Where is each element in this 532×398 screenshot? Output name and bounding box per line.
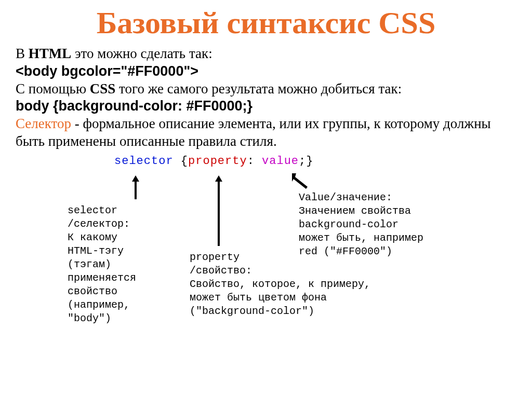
selector-term: Селектор <box>16 116 71 131</box>
intro-text: В HTML это можно сделать так: <body bgco… <box>16 45 516 150</box>
intro-line1a: В <box>16 46 29 61</box>
slide-container: Базовый синтаксис CSS В HTML это можно с… <box>0 0 532 352</box>
selector-definition: - формальное описание элемента, или их г… <box>16 116 491 149</box>
token-close-brace: ;} <box>299 155 313 168</box>
html-code-example: <body bgcolor="#FF0000"> <box>16 63 198 79</box>
css-code-example: body {background-color: #FF0000;} <box>16 98 252 114</box>
value-column: Value/значение: Значением свойства backg… <box>299 191 423 258</box>
arrow-selector <box>130 174 141 200</box>
token-selector: selector <box>114 155 174 168</box>
arrow-property <box>213 174 224 247</box>
intro-line1b: HTML <box>29 46 72 61</box>
intro-line2b: CSS <box>90 81 116 97</box>
intro-line1c: это можно сделать так: <box>71 46 212 61</box>
token-value: value <box>262 155 299 168</box>
slide-title: Базовый синтаксис CSS <box>16 5 516 41</box>
token-colon: : <box>247 155 262 168</box>
token-property: property <box>188 155 247 168</box>
property-column: property /свойство: Свойство, которое, к… <box>190 251 370 318</box>
token-open-brace: { <box>174 155 188 168</box>
syntax-example: selector {property: value;} <box>114 155 313 168</box>
intro-line2c: того же самого результата можно добиться… <box>115 81 402 97</box>
intro-line2a: С помощью <box>16 81 90 97</box>
arrow-value <box>289 171 310 190</box>
selector-column: selector /селектор: К какому HTML-тэгу (… <box>68 204 136 325</box>
syntax-diagram: selector {property: value;} selector /се… <box>16 155 516 341</box>
